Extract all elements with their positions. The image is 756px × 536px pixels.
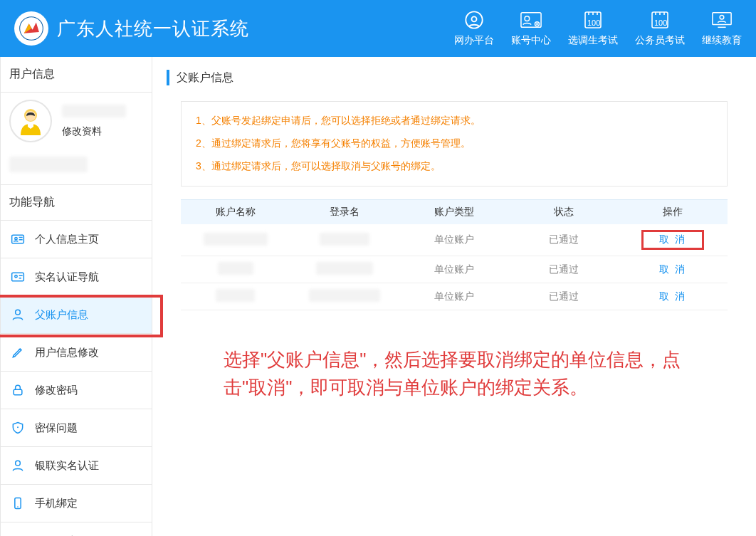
cell-status: 已通过 — [509, 283, 619, 310]
svg-rect-10 — [713, 13, 731, 25]
page-heading: 父账户信息 — [167, 70, 742, 85]
svg-rect-3 — [521, 13, 541, 28]
top-nav-label: 继续教育 — [702, 34, 742, 47]
main-content: 父账户信息 1、父账号发起绑定申请后，您可以选择拒绝或者通过绑定请求。 2、通过… — [152, 57, 756, 536]
col-account-name: 账户名称 — [181, 200, 290, 225]
svg-text:100: 100 — [587, 19, 600, 27]
col-login-name: 登录名 — [290, 200, 400, 225]
top-nav-label: 公务员考试 — [635, 34, 685, 47]
pencil-icon — [11, 345, 25, 359]
cancel-link[interactable]: 取 消 — [659, 290, 686, 302]
col-operation: 操作 — [618, 200, 728, 225]
sidebar-item-label: 密保问题 — [35, 421, 78, 435]
svg-point-1 — [466, 11, 482, 28]
top-nav-exam-gwy[interactable]: 100 公务员考试 — [635, 10, 685, 47]
cell-operation: 取 消 — [618, 283, 728, 310]
person-icon — [11, 308, 25, 322]
notice-line: 2、通过绑定请求后，您将享有父账号的权益，方便账号管理。 — [196, 137, 713, 150]
sidebar: 用户信息 修改资料 — [0, 57, 152, 536]
exam-paper-icon: 100 — [649, 10, 671, 30]
profile-extra-hidden — [9, 157, 88, 172]
sidebar-item-security-q[interactable]: 密保问题 — [1, 409, 152, 447]
col-account-type: 账户类型 — [399, 200, 509, 225]
cell-account-type: 单位账户 — [399, 224, 509, 256]
edit-profile-link[interactable]: 修改资料 — [62, 125, 126, 138]
svg-rect-14 — [12, 235, 24, 243]
svg-rect-16 — [12, 273, 24, 281]
table-row: 单位账户 已通过 取 消 — [181, 256, 728, 283]
brand: 广东人社统一认证系统 — [14, 11, 249, 46]
cancel-link[interactable]: 取 消 — [659, 263, 686, 275]
notice-line: 3、通过绑定请求后，您可以选择取消与父账号的绑定。 — [196, 160, 713, 173]
table-row: 单位账户 已通过 取 消 — [181, 283, 728, 310]
cell-account-type: 单位账户 — [399, 283, 509, 310]
col-status: 状态 — [509, 200, 619, 225]
cell-status: 已通过 — [509, 256, 619, 283]
cell-status: 已通过 — [509, 224, 619, 256]
top-nav: 网办平台 账号中心 100 选调生考试 100 公 — [454, 10, 742, 47]
id-card-icon — [11, 232, 25, 246]
table-row: 单位账户 已通过 取 消 — [181, 224, 728, 256]
cell-operation: 取 消 — [618, 256, 728, 283]
svg-point-21 — [16, 461, 21, 466]
sidebar-item-realname-guide[interactable]: 实名认证导航 — [1, 258, 152, 296]
person-outline-icon — [11, 458, 25, 473]
svg-point-18 — [16, 310, 21, 315]
cell-login-name — [290, 283, 400, 310]
cell-account-type: 单位账户 — [399, 256, 509, 283]
portal-icon — [463, 10, 485, 30]
sidebar-item-label: 手机绑定 — [35, 497, 78, 510]
svg-point-23 — [17, 506, 19, 508]
heading-accent-bar — [167, 70, 169, 85]
svg-point-2 — [472, 16, 477, 21]
cell-account-name — [181, 283, 290, 310]
top-nav-portal[interactable]: 网办平台 — [454, 10, 494, 47]
id-card-icon — [11, 270, 25, 284]
cancel-link[interactable]: 取 消 — [659, 233, 686, 245]
sidebar-item-unionpay-real[interactable]: 银联实名认证 — [1, 447, 152, 485]
svg-point-17 — [15, 275, 17, 278]
table-header-row: 账户名称 登录名 账户类型 状态 操作 — [181, 200, 728, 225]
avatar — [9, 100, 52, 142]
cell-operation: 取 消 — [618, 224, 728, 256]
sidebar-item-label: 银联实名认证 — [35, 459, 99, 473]
cell-account-name — [181, 256, 290, 283]
brand-title: 广东人社统一认证系统 — [57, 16, 249, 41]
lock-icon — [11, 383, 25, 397]
profile-name-hidden — [62, 105, 126, 117]
sidebar-item-password[interactable]: 修改密码 — [1, 372, 152, 409]
sidebar-item-label: 修改密码 — [35, 384, 78, 397]
parent-account-table: 账户名称 登录名 账户类型 状态 操作 单位账户 已通过 取 消 — [181, 199, 728, 310]
annotation-text: 选择"父账户信息"，然后选择要取消绑定的单位信息，点击"取消"，即可取消与单位账… — [224, 346, 685, 401]
top-nav-exam-xds[interactable]: 100 选调生考试 — [568, 10, 618, 47]
account-card-icon — [520, 10, 542, 30]
svg-point-4 — [525, 16, 530, 21]
svg-rect-19 — [14, 389, 22, 395]
sidebar-item-parent-account[interactable]: 父账户信息 — [1, 296, 152, 334]
monitor-person-icon — [710, 10, 733, 30]
svg-text:100: 100 — [654, 19, 667, 27]
svg-point-11 — [720, 15, 724, 19]
sidebar-item-label: 个人信息主页 — [35, 233, 99, 246]
top-nav-label: 账号中心 — [511, 34, 551, 47]
top-nav-label: 网办平台 — [454, 34, 494, 47]
phone-icon — [11, 496, 25, 510]
sidebar-item-login-history[interactable]: 登录历史 — [1, 522, 152, 536]
sidebar-item-home[interactable]: 个人信息主页 — [1, 221, 152, 258]
profile-block: 修改资料 — [1, 93, 152, 157]
shield-icon — [11, 421, 25, 435]
svg-point-15 — [15, 238, 17, 240]
exam-paper-icon: 100 — [582, 10, 604, 30]
cell-login-name — [290, 256, 400, 283]
sidebar-item-mobile-bind[interactable]: 手机绑定 — [1, 485, 152, 522]
page-title: 父账户信息 — [177, 70, 233, 85]
sidebar-section-func-nav: 功能导航 — [1, 185, 152, 221]
notice-line: 1、父账号发起绑定申请后，您可以选择拒绝或者通过绑定请求。 — [196, 115, 713, 127]
top-nav-edu[interactable]: 继续教育 — [702, 10, 742, 47]
top-nav-account-center[interactable]: 账号中心 — [511, 10, 551, 47]
sidebar-item-label: 用户信息修改 — [35, 346, 99, 359]
sidebar-item-label: 父账户信息 — [35, 308, 88, 322]
sidebar-item-user-edit[interactable]: 用户信息修改 — [1, 334, 152, 372]
cell-login-name — [290, 224, 400, 256]
brand-logo-icon — [14, 11, 48, 46]
